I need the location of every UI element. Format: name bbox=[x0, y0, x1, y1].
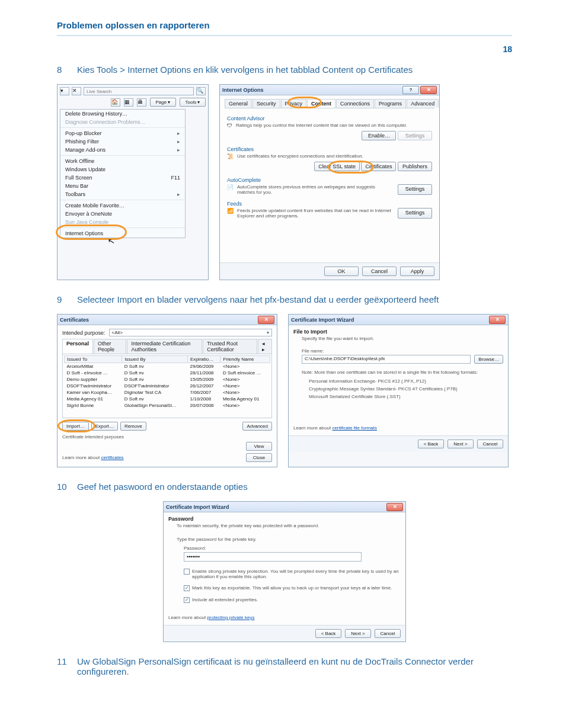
menu-mobile-favorite[interactable]: Create Mobile Favorite… bbox=[60, 200, 185, 210]
file-name-input[interactable]: C:\Users\nbe.DSOFT\Desktop\test.pfx bbox=[302, 355, 471, 364]
next-button[interactable]: Next > bbox=[345, 629, 371, 638]
col-expiration[interactable]: Expiratio… bbox=[188, 356, 220, 363]
col-friendly-name[interactable]: Friendly Name bbox=[220, 356, 270, 363]
menu-addons[interactable]: Manage Add-ons▸ bbox=[60, 146, 185, 154]
view-button[interactable]: View bbox=[246, 442, 272, 451]
advanced-button[interactable]: Advanced bbox=[242, 422, 272, 431]
tab-general[interactable]: General bbox=[225, 99, 252, 108]
tab-scroll[interactable]: ◂ ▸ bbox=[258, 339, 272, 354]
file-formats-link[interactable]: certificate file formats bbox=[332, 425, 377, 431]
tab-content[interactable]: Content bbox=[307, 99, 335, 108]
back-button[interactable]: < Back bbox=[315, 629, 341, 638]
menu-onenote[interactable]: Envoyer à OneNote bbox=[60, 210, 185, 218]
step-10-text: Geef het paswoord en onderstaande opties bbox=[77, 482, 512, 492]
tools-dropdown: Delete Browsing History… Diagnose Connec… bbox=[60, 109, 186, 238]
opt-extended: Include all extended properties. bbox=[192, 597, 401, 603]
table-row[interactable]: DSOFT\administratorDSOFT\administrator26… bbox=[65, 383, 270, 389]
tab-trusted-root[interactable]: Trusted Root Certificatior bbox=[203, 339, 257, 354]
page-menu[interactable]: Page ▾ bbox=[150, 98, 176, 107]
menu-diagnose[interactable]: Diagnose Connection Problems… bbox=[60, 118, 185, 126]
opt-strong-protection: Enable strong private key protection. Yo… bbox=[192, 569, 401, 579]
close-button[interactable]: ✕ bbox=[258, 316, 274, 324]
close-button[interactable]: ✕ bbox=[386, 503, 403, 511]
next-button[interactable]: Next > bbox=[447, 440, 474, 448]
step-9: 9 Selecteer Import en blader vervolgens … bbox=[57, 294, 512, 304]
search-input[interactable]: Live Search bbox=[84, 87, 194, 95]
enable-button[interactable]: Enable… bbox=[362, 131, 396, 140]
export-button[interactable]: Export… bbox=[91, 422, 118, 431]
tab-connections[interactable]: Connections bbox=[336, 99, 374, 108]
feed-icon[interactable]: ▦ bbox=[124, 98, 133, 107]
menu-toolbars[interactable]: Toolbars▸ bbox=[60, 190, 185, 198]
publishers-button[interactable]: Publishers bbox=[398, 162, 432, 171]
checkbox-strong-protection[interactable] bbox=[184, 569, 190, 575]
feeds-desc: Feeds provide updated content from websi… bbox=[237, 208, 394, 219]
password-input[interactable]: ••••••• bbox=[184, 552, 362, 562]
cancel-button[interactable]: Cancel bbox=[362, 267, 397, 276]
menu-popup-blocker[interactable]: Pop-up Blocker▸ bbox=[60, 127, 185, 137]
ca-settings-button: Settings bbox=[398, 131, 432, 140]
menu-internet-options[interactable]: Internet Options bbox=[60, 227, 185, 238]
help-button[interactable]: ? bbox=[402, 86, 419, 94]
cancel-button[interactable]: Cancel bbox=[375, 629, 401, 638]
content-advisor-desc: Ratings help you control the Internet co… bbox=[236, 123, 432, 129]
table-row[interactable]: ArcelorMittalD Soft nv29/06/2009<None> bbox=[65, 363, 270, 370]
step-10: 10 Geef het paswoord en onderstaande opt… bbox=[57, 482, 512, 492]
nav-back-icon[interactable]: ▾ bbox=[60, 87, 69, 95]
protect-keys-link[interactable]: protecting private keys bbox=[207, 615, 254, 620]
clear-ssl-button[interactable]: Clear SSL state bbox=[314, 162, 360, 171]
home-icon[interactable]: 🏠 bbox=[111, 98, 120, 107]
menu-work-offline[interactable]: Work Offline bbox=[60, 155, 185, 165]
table-row[interactable]: Sigrid BonneGlobalSign PersonalSi…20/07/… bbox=[65, 402, 270, 409]
tab-programs[interactable]: Programs bbox=[375, 99, 406, 108]
content-advisor-label: Content Advisor bbox=[227, 116, 432, 121]
ac-settings-button[interactable]: Settings bbox=[398, 184, 432, 195]
print-icon[interactable]: 🖶 bbox=[137, 98, 146, 107]
table-row[interactable]: Kamer van Koopha…Diginotar Test CA7/06/2… bbox=[65, 389, 270, 396]
menu-delete-history[interactable]: Delete Browsing History… bbox=[60, 110, 185, 118]
tab-other-people[interactable]: Other People bbox=[94, 339, 126, 354]
back-button[interactable]: < Back bbox=[418, 440, 444, 448]
intended-purpose-select[interactable]: <All> bbox=[109, 329, 272, 336]
apply-button[interactable]: Apply bbox=[400, 267, 434, 276]
certificates-link[interactable]: certificates bbox=[101, 455, 123, 460]
tab-advanced[interactable]: Advanced bbox=[407, 99, 439, 108]
close-button[interactable]: ✕ bbox=[420, 86, 437, 94]
cancel-button[interactable]: Cancel bbox=[477, 440, 503, 448]
tab-personal[interactable]: Personal bbox=[62, 339, 93, 354]
close-dialog-button[interactable]: Close bbox=[246, 453, 272, 462]
tab-intermediate-ca[interactable]: Intermediate Certification Authorities bbox=[127, 339, 202, 354]
ok-button[interactable]: OK bbox=[324, 267, 359, 276]
wizard-heading: File to Import bbox=[293, 329, 503, 335]
table-row[interactable]: D Soft - eInvoice …D Soft nv28/11/2008D … bbox=[65, 370, 270, 376]
menu-full-screen[interactable]: Full ScreenF11 bbox=[60, 174, 185, 182]
search-go-icon[interactable]: 🔍 bbox=[196, 87, 206, 95]
step-8-number: 8 bbox=[57, 65, 69, 75]
menu-menu-bar[interactable]: Menu Bar bbox=[60, 182, 185, 190]
menu-phishing[interactable]: Phishing Filter▸ bbox=[60, 137, 185, 146]
step-8: 8 Kies Tools > Internet Options en klik … bbox=[57, 65, 512, 75]
col-issued-by[interactable]: Issued By bbox=[122, 356, 188, 363]
certificates-dialog: Certificates ✕ Intended purpose: <All> P… bbox=[57, 314, 277, 467]
certificates-button[interactable]: Certificates bbox=[361, 162, 396, 171]
tab-security[interactable]: Security bbox=[252, 99, 280, 108]
formats-note: Note: More than one certificate can be s… bbox=[302, 370, 503, 375]
checkbox-exportable[interactable]: ✓ bbox=[184, 585, 190, 591]
menu-sun-java[interactable]: Sun Java Console bbox=[60, 218, 185, 226]
remove-button[interactable]: Remove bbox=[120, 422, 146, 431]
table-row[interactable]: Media Agency 01D Soft nv1/10/2008Media A… bbox=[65, 396, 270, 402]
tab-privacy[interactable]: Privacy bbox=[281, 99, 307, 108]
nav-fwd-icon[interactable]: ✕ bbox=[72, 87, 81, 95]
table-row[interactable]: Demo supplierD Soft nv15/05/2009<None> bbox=[65, 376, 270, 383]
certificates-label: Certificates bbox=[227, 146, 432, 152]
checkbox-extended[interactable]: ✓ bbox=[184, 597, 190, 603]
close-button[interactable]: ✕ bbox=[489, 316, 506, 324]
step-9-number: 9 bbox=[57, 294, 69, 304]
tools-menu[interactable]: Tools ▾ bbox=[180, 98, 206, 107]
feeds-settings-button[interactable]: Settings bbox=[398, 208, 432, 219]
shield-icon: 🛡 bbox=[227, 123, 232, 129]
col-issued-to[interactable]: Issued To bbox=[65, 356, 122, 363]
browse-button[interactable]: Browse… bbox=[474, 355, 503, 364]
import-button[interactable]: Import… bbox=[62, 422, 89, 431]
menu-windows-update[interactable]: Windows Update bbox=[60, 165, 185, 174]
